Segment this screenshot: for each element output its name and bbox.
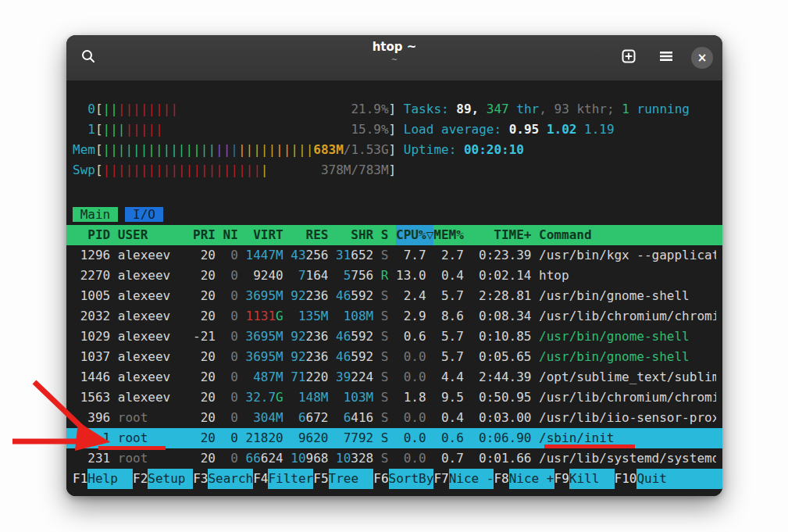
window-title: htop ~: [373, 40, 417, 55]
cell-ni: 0: [223, 286, 238, 306]
fn-f8-button[interactable]: Nice +: [509, 469, 554, 489]
cell-pri: 20: [193, 266, 216, 286]
col-header-pri[interactable]: PRI: [193, 225, 216, 245]
process-row-2032[interactable]: 2032alexeev2001131G135M108MS2.98.60:08.3…: [66, 306, 722, 327]
cell-ni: 0: [223, 448, 238, 469]
col-header-cpu[interactable]: CPU%▽: [396, 225, 433, 245]
process-row-1005[interactable]: 1005alexeev2003695M9223646592S2.45.72:28…: [66, 286, 722, 306]
cell-res: 148M: [291, 387, 328, 408]
cell-time: 0:01.66: [471, 448, 531, 469]
process-row-1446[interactable]: 1446alexeev200487M7122039224S0.04.42:44.…: [66, 367, 722, 387]
col-header-pid[interactable]: PID: [73, 225, 110, 245]
close-icon: ×: [697, 51, 708, 65]
process-row-1037[interactable]: 1037alexeev2003695M9223646592S0.05.70:05…: [66, 347, 722, 367]
tab-io[interactable]: I/O: [125, 207, 162, 222]
process-row-396[interactable]: 396root200304M66726416S0.00.40:03.00/usr…: [66, 408, 722, 428]
cell-s: S: [381, 448, 389, 469]
cell-time: 2:44.39: [471, 367, 531, 387]
cell-cpu: 13.0: [396, 266, 426, 286]
process-row-2270[interactable]: 2270alexeev200924071645756R13.00.40:02.1…: [66, 266, 722, 286]
cell-s: S: [381, 286, 389, 306]
fn-f9-button[interactable]: Kill: [569, 469, 615, 489]
cell-res: 71220: [291, 367, 328, 387]
process-row-1[interactable]: 1root2002182096207792S0.00.60:06.90/sbin…: [66, 428, 722, 448]
terminal[interactable]: 0[||||||||||21.9%] Tasks: 89, 347 thr, 9…: [66, 80, 722, 496]
memory-meter: Mem[||||||||||||||||||||||||||||683M/1.5…: [73, 140, 716, 160]
fn-f1-button[interactable]: Help: [87, 469, 133, 489]
cell-virt: 3695M: [246, 327, 283, 347]
cell-res: 43256: [291, 245, 328, 266]
cell-s: S: [381, 306, 389, 327]
fnkey-f9: F9: [554, 469, 569, 489]
cell-mem: 5.7: [433, 347, 464, 367]
cell-cpu: 0.0: [396, 448, 426, 469]
cell-user: alexeev: [118, 286, 186, 306]
col-header-s[interactable]: S: [381, 225, 389, 245]
close-button[interactable]: ×: [691, 47, 713, 69]
fnkey-f3: F3: [193, 469, 208, 489]
cell-res: 92236: [291, 327, 328, 347]
cell-virt: 487M: [246, 367, 283, 387]
col-header-user[interactable]: USER: [118, 225, 186, 245]
fn-f10-button[interactable]: Quit: [636, 469, 722, 489]
search-button[interactable]: [76, 45, 101, 70]
cell-virt: 9240: [246, 266, 283, 286]
cell-mem: 5.7: [433, 327, 464, 347]
cell-pid: 1: [73, 428, 110, 448]
col-header-virt[interactable]: VIRT: [246, 225, 283, 245]
cell-user: alexeev: [118, 327, 186, 347]
fn-f6-button[interactable]: SortBy: [389, 469, 434, 489]
cell-cmd: /usr/bin/gnome-shell: [539, 327, 716, 347]
cell-shr: 46592: [336, 327, 373, 347]
tab-gap: [118, 207, 126, 222]
new-tab-button[interactable]: [616, 45, 641, 70]
cell-s: S: [381, 387, 389, 408]
cell-pid: 2032: [73, 306, 110, 327]
fn-f2-button[interactable]: Setup: [148, 469, 193, 489]
process-row-1296[interactable]: 1296alexeev2001447M4325631652S7.72.70:23…: [66, 245, 722, 266]
cell-virt: 3695M: [246, 347, 283, 367]
cell-time: 2:28.81: [471, 286, 531, 306]
col-header-ni[interactable]: NI: [223, 225, 238, 245]
fnkey-f10: F10: [615, 469, 637, 489]
cell-pid: 1563: [73, 387, 110, 408]
cell-mem: 0.6: [433, 428, 464, 448]
menu-button[interactable]: [654, 45, 679, 70]
cell-s: S: [381, 408, 389, 428]
col-header-shr[interactable]: SHR: [336, 225, 373, 245]
cell-pri: 20: [193, 448, 216, 469]
cell-cpu: 0.0: [396, 408, 426, 428]
cell-time: 0:03.00: [471, 408, 531, 428]
fn-f7-button[interactable]: Nice -: [449, 469, 494, 489]
col-header-mem[interactable]: MEM%: [433, 225, 464, 245]
console-window: htop ~ ~: [66, 35, 722, 496]
cell-ni: 0: [223, 347, 238, 367]
cell-ni: 0: [223, 306, 238, 327]
cell-s: S: [381, 327, 389, 347]
col-header-time[interactable]: TIME+: [471, 225, 531, 245]
cell-cmd: /usr/bin/gnome-shell: [539, 286, 716, 306]
process-row-1563[interactable]: 1563alexeev20032.7G148M103MS1.89.50:50.9…: [66, 387, 722, 408]
col-header-cmd[interactable]: Command: [539, 225, 716, 245]
cell-pri: 20: [193, 367, 216, 387]
cell-time: 0:02.14: [471, 266, 531, 286]
cell-mem: 8.6: [433, 306, 464, 327]
cell-user: alexeev: [118, 266, 186, 286]
cell-ni: 0: [223, 408, 238, 428]
process-row-1029[interactable]: 1029alexeev-2103695M9223646592S0.65.70:1…: [66, 327, 722, 347]
cell-virt: 21820: [246, 428, 283, 448]
cell-cmd: /usr/lib/chromium/chromi: [539, 387, 716, 408]
fn-f4-button[interactable]: Filter: [268, 469, 313, 489]
fnkey-f2: F2: [133, 469, 148, 489]
cell-pid: 1296: [73, 245, 110, 266]
fn-f5-button[interactable]: Tree: [329, 469, 374, 489]
fnkey-f4: F4: [253, 469, 268, 489]
tab-main[interactable]: Main: [73, 207, 118, 222]
cell-virt: 304M: [246, 408, 283, 428]
cpu-meter-0: 0[||||||||||21.9%] Tasks: 89, 347 thr, 9…: [73, 99, 716, 120]
process-row-231[interactable]: 231root200666241096810328S0.00.70:01.66/…: [66, 448, 722, 469]
col-header-res[interactable]: RES: [291, 225, 328, 245]
cell-ni: 0: [223, 367, 238, 387]
fn-f3-button[interactable]: Search: [208, 469, 253, 489]
cell-ni: 0: [223, 327, 238, 347]
